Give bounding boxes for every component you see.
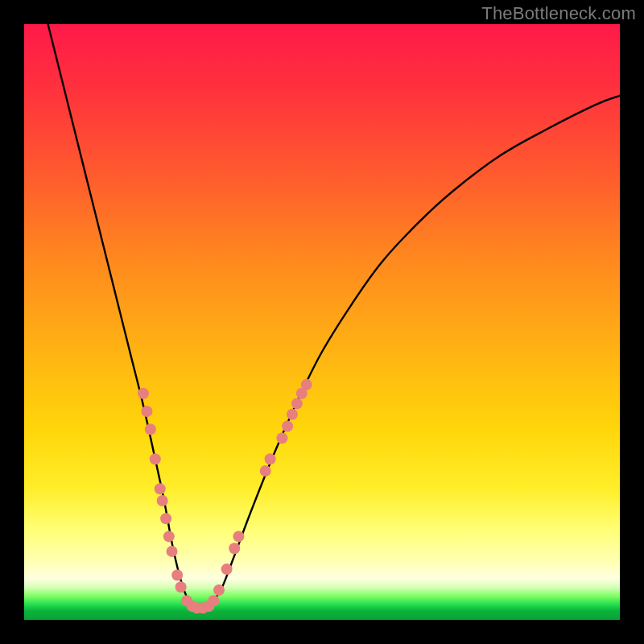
marker-dot [282,421,293,432]
marker-dot [175,581,187,592]
marker-dot [229,543,240,554]
marker-dot [157,495,168,506]
marker-dot [171,570,183,581]
marker-dot [167,546,178,557]
marker-dot [221,564,233,575]
bottleneck-curve [48,24,620,609]
chart-frame: TheBottleneck.com [0,0,644,644]
marker-dot [301,379,312,390]
marker-dot [213,584,225,596]
marker-dot [138,388,149,399]
marker-dot [260,465,271,477]
marker-dot [150,453,161,464]
chart-svg [24,24,620,620]
marker-dot [155,483,166,494]
marker-dot [265,453,276,464]
marker-dot [145,423,156,435]
marker-dot [163,530,175,542]
plot-area [24,24,620,620]
marker-dot [208,595,219,606]
marker-dot [276,432,287,444]
watermark-text: TheBottleneck.com [481,3,636,24]
marker-dot [287,409,298,420]
marker-dot [291,398,303,409]
marker-dot [233,530,244,542]
marker-dot [160,513,171,524]
marker-dot [141,406,152,417]
